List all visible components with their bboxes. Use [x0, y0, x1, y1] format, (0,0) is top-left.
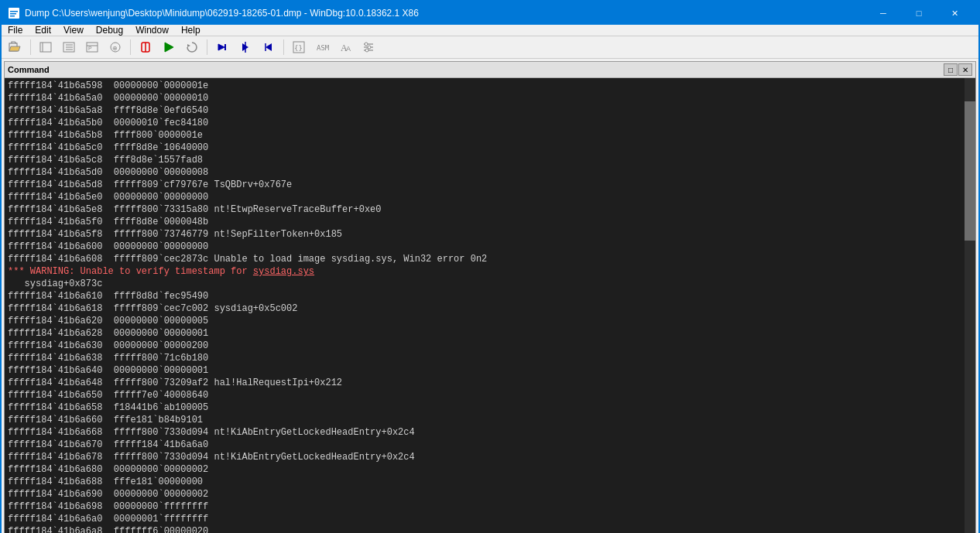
source-toolbar-btn[interactable]: {} — [288, 36, 310, 58]
menu-edit[interactable]: Edit — [29, 25, 57, 36]
restart-toolbar-btn[interactable] — [181, 36, 203, 58]
console-line: fffff184`41b6a5d8 fffff809`cf79767e TsQB… — [8, 179, 972, 191]
command-maximize-btn[interactable]: □ — [944, 63, 958, 76]
toolbar-sep-2 — [130, 39, 131, 55]
open-toolbar-btn[interactable] — [5, 36, 26, 58]
console-line: fffff184`41b6a648 fffff800`73209af2 hal!… — [8, 377, 972, 389]
svg-marker-24 — [266, 43, 272, 51]
console-line: fffff184`41b6a610 ffff8d8d`fec95490 — [8, 290, 972, 302]
options-toolbar-btn[interactable] — [358, 36, 379, 58]
maximize-button[interactable]: □ — [901, 2, 937, 25]
console-line: fffff184`41b6a658 f18441b6`ab100005 — [8, 401, 972, 414]
console-line: fffff184`41b6a618 fffff809`cec7c002 sysd… — [8, 302, 972, 315]
svg-marker-19 — [187, 44, 190, 47]
asm-toolbar-btn[interactable]: ASM — [311, 36, 333, 58]
app-icon — [8, 7, 20, 19]
command-header: Command □ ✕ — [5, 62, 975, 78]
console-line: fffff184`41b6a5e0 00000000`00000000 — [8, 191, 972, 203]
step-over-toolbar-btn[interactable] — [211, 36, 233, 58]
go-toolbar-btn[interactable] — [158, 36, 180, 58]
step-into-toolbar-btn[interactable] — [235, 36, 256, 58]
svg-text:P: P — [88, 46, 92, 51]
title-bar-left: Dump C:\Users\wenjung\Desktop\Minidump\0… — [8, 7, 419, 19]
menu-help[interactable]: Help — [175, 25, 207, 36]
svg-point-35 — [368, 46, 371, 49]
console-line: fffff184`41b6a6a8 fffffff6`00000020 — [8, 525, 972, 533]
main-window: Dump C:\Users\wenjung\Desktop\Minidump\0… — [0, 0, 980, 533]
window-controls: ─ □ ✕ — [865, 2, 972, 25]
console-line: fffff184`41b6a678 fffff800`7330d094 nt!K… — [8, 451, 972, 463]
toolbar-sep-1 — [30, 39, 31, 55]
command-close-btn[interactable]: ✕ — [958, 63, 972, 76]
console-line: fffff184`41b6a5e8 fffff800`73315a80 nt!E… — [8, 203, 972, 216]
menu-bar: File Edit View Debug Window Help — [2, 25, 978, 36]
svg-text:A: A — [346, 45, 351, 53]
toolbar-btn-3[interactable] — [58, 36, 80, 58]
console-line: fffff184`41b6a5f8 fffff800`73746779 nt!S… — [8, 228, 972, 241]
console-line: fffff184`41b6a5b8 ffff800`0000001e — [8, 129, 972, 142]
svg-text:ASM: ASM — [317, 44, 329, 52]
window-title: Dump C:\Users\wenjung\Desktop\Minidump\0… — [25, 8, 419, 19]
console-line: fffff184`41b6a5d0 00000000`00000008 — [8, 166, 972, 179]
svg-rect-5 — [40, 43, 51, 52]
console-line: fffff184`41b6a668 fffff800`7330d094 nt!K… — [8, 426, 972, 439]
console-line: fffff184`41b6a5c8 fff8d8e`1557fad8 — [8, 154, 972, 166]
console-line: fffff184`41b6a608 fffff809`cec2873c Unab… — [8, 253, 972, 265]
console-line: fffff184`41b6a698 00000000`ffffffff — [8, 501, 972, 513]
scrollbar-thumb[interactable] — [965, 101, 975, 241]
command-title: Command — [8, 65, 50, 74]
svg-marker-20 — [218, 44, 224, 50]
console-line: fffff184`41b6a670 fffff184`41b6a6a0 — [8, 439, 972, 451]
console-line: fffff184`41b6a688 fffe181`00000000 — [8, 476, 972, 488]
svg-rect-1 — [10, 11, 18, 12]
console-line: fffff184`41b6a6a0 00000001`ffffffff — [8, 513, 972, 525]
svg-rect-3 — [10, 15, 15, 17]
console-line: fffff184`41b6a5a0 00000000`00000010 — [8, 92, 972, 104]
console-line: fffff184`41b6a630 00000000`00000200 — [8, 340, 972, 352]
console-line: fffff184`41b6a600 00000000`00000000 — [8, 241, 972, 253]
font-toolbar-btn[interactable]: A A — [334, 36, 356, 58]
svg-marker-18 — [165, 43, 173, 52]
console-line: fffff184`41b6a620 00000000`00000005 — [8, 315, 972, 327]
svg-point-34 — [365, 43, 368, 46]
console-line: fffff184`41b6a5f0 ffff8d8e`0000048b — [8, 216, 972, 228]
vertical-scrollbar[interactable] — [965, 78, 975, 533]
console-line: fffff184`41b6a690 00000000`00000002 — [8, 488, 972, 501]
menu-file[interactable]: File — [2, 25, 29, 36]
toolbar: P ⊕ — [2, 36, 978, 59]
console-line: fffff184`41b6a650 fffff7e0`40008640 — [8, 389, 972, 401]
menu-debug[interactable]: Debug — [90, 25, 129, 36]
console-line: fffff184`41b6a680 00000000`00000002 — [8, 463, 972, 476]
toolbar-btn-4[interactable]: P — [81, 36, 103, 58]
svg-text:{}: {} — [294, 44, 303, 52]
toolbar-btn-2[interactable] — [35, 36, 57, 58]
step-out-toolbar-btn[interactable] — [258, 36, 279, 58]
console-line: fffff184`41b6a628 00000000`00000001 — [8, 327, 972, 340]
console-line: fffff184`41b6a640 00000000`00000001 — [8, 364, 972, 377]
command-header-buttons: □ ✕ — [944, 63, 972, 76]
console-line: sysdiag+0x873c — [8, 278, 972, 290]
toolbar-sep-4 — [283, 39, 284, 55]
svg-rect-2 — [10, 13, 16, 15]
menu-view[interactable]: View — [57, 25, 90, 36]
svg-text:⊕: ⊕ — [112, 45, 118, 52]
content-wrapper: Command □ ✕ fffff184`41b6a598 00000000`0… — [2, 59, 978, 533]
menu-window[interactable]: Window — [129, 25, 175, 36]
command-wrapper: Command □ ✕ fffff184`41b6a598 00000000`0… — [4, 61, 976, 533]
console-line: fffff184`41b6a5b0 00000010`fec84180 — [8, 117, 972, 129]
console-line: fffff184`41b6a5c0 ffff8d8e`10640000 — [8, 142, 972, 154]
minimize-button[interactable]: ─ — [865, 2, 901, 25]
console-line: *** WARNING: Unable to verify timestamp … — [8, 265, 972, 278]
console-line: fffff184`41b6a5a8 ffff8d8e`0efd6540 — [8, 104, 972, 117]
console-line: fffff184`41b6a638 fffff800`71c6b180 — [8, 352, 972, 364]
console-line: fffff184`41b6a660 fffe181`b84b9101 — [8, 414, 972, 426]
console-area: fffff184`41b6a598 00000000`0000001efffff… — [5, 78, 975, 533]
console-content: fffff184`41b6a598 00000000`0000001efffff… — [5, 78, 975, 533]
title-bar: Dump C:\Users\wenjung\Desktop\Minidump\0… — [2, 2, 978, 25]
console-line: fffff184`41b6a598 00000000`0000001e — [8, 80, 972, 92]
toolbar-btn-5[interactable]: ⊕ — [105, 36, 126, 58]
break-toolbar-btn[interactable] — [135, 36, 156, 58]
toolbar-sep-3 — [207, 39, 207, 55]
close-button[interactable]: ✕ — [937, 2, 972, 25]
svg-point-36 — [365, 49, 368, 52]
